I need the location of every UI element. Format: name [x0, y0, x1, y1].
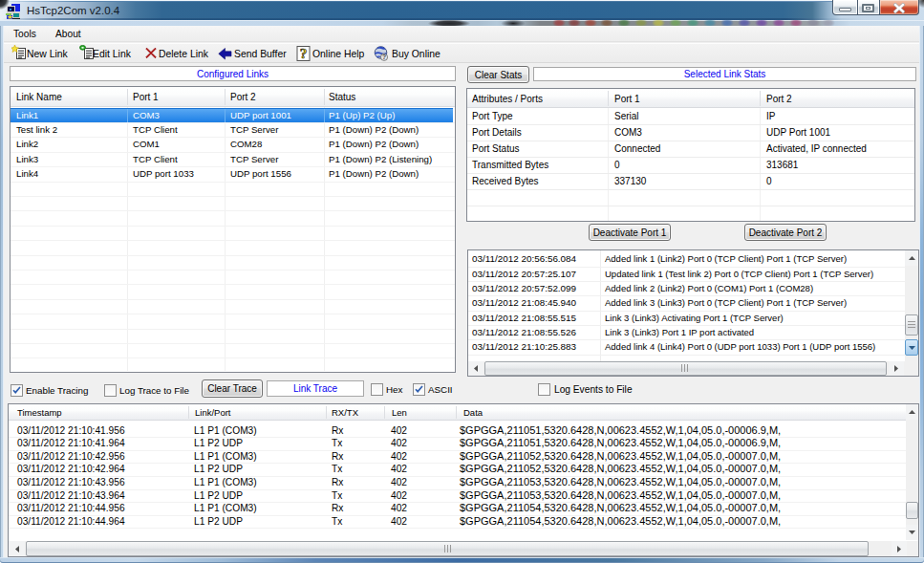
svg-text:?: ? [300, 46, 308, 61]
svg-text:?: ? [382, 54, 386, 60]
